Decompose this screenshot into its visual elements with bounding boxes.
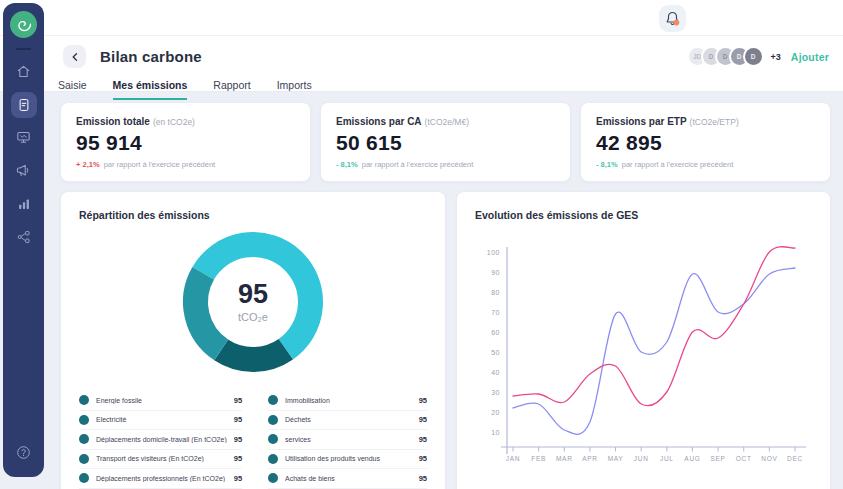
legend-label: Déchets [285, 416, 412, 423]
kpi-card-emissions-per-fte: Emissions par ETP (tCO2e/ETP) 42 895 - 8… [580, 102, 831, 182]
kpi-delta-line: + 2,1% par rapport à l'exercice précéden… [76, 160, 295, 169]
avatar-more-count: +3 [771, 52, 781, 62]
chart-axes [501, 247, 806, 454]
legend-dot-icon [79, 454, 89, 464]
legend-label: Achats de biens [285, 475, 412, 482]
sidebar-item-help[interactable] [15, 444, 32, 465]
kpi-delta-line: - 8,1% par rapport à l'exercice précéden… [336, 160, 555, 169]
donut-chart-title: Répartition des émissions [61, 192, 445, 221]
back-button[interactable] [63, 45, 86, 68]
kpi-delta: - 8,1% [596, 160, 618, 169]
legend-label: Déplacements professionnels (En tCO2e) [96, 475, 227, 482]
legend-value: 95 [419, 454, 427, 463]
legend-value: 95 [419, 435, 427, 444]
y-tick-label: 20 [491, 409, 500, 416]
add-member-button[interactable]: Ajouter [791, 51, 829, 63]
sidebar-item-home[interactable] [3, 55, 44, 88]
y-tick-label: 40 [491, 369, 500, 376]
document-icon [16, 97, 32, 113]
legend-item: services95 [268, 430, 427, 450]
kpi-title: Emission totale [76, 116, 150, 127]
y-tick-label: 100 [487, 249, 500, 256]
sidebar-item-documents[interactable] [3, 88, 44, 121]
legend-value: 95 [419, 474, 427, 483]
tab-saisie[interactable]: Saisie [58, 79, 87, 100]
charts-row: Répartition des émissions 95 tCO₂e Energ… [60, 191, 831, 489]
x-tick-label: OCT [736, 455, 752, 462]
kpi-delta-suffix: par rapport à l'exercice précédent [104, 160, 216, 169]
legend-dot-icon [79, 473, 89, 483]
kpi-title: Emissions par ETP [596, 116, 687, 127]
y-tick-label: 10 [491, 429, 500, 436]
legend-value: 95 [234, 396, 242, 405]
legend-value: 95 [234, 415, 242, 424]
x-tick-label: MAY [608, 455, 624, 462]
kpi-unit: (en tCO2e) [153, 117, 195, 127]
x-tick-label: APR [582, 455, 597, 462]
legend-dot-icon [268, 434, 278, 444]
kpi-delta-suffix: par rapport à l'exercice précédent [362, 160, 474, 169]
legend-item: Achats de biens95 [268, 469, 427, 489]
kpi-card-total-emissions: Emission totale (en tCO2e) 95 914 + 2,1%… [60, 102, 311, 182]
sidebar-item-presentation[interactable] [3, 121, 44, 154]
x-tick-label: DEC [787, 455, 803, 462]
sidebar-item-announcements[interactable] [3, 154, 44, 187]
x-tick-label: FEB [531, 455, 546, 462]
legend-item: Déplacements professionnels (En tCO2e)95 [79, 469, 242, 489]
presentation-icon [15, 129, 32, 146]
tab-mes-émissions[interactable]: Mes émissions [113, 79, 188, 100]
x-tick-label: JAN [506, 455, 520, 462]
bar-chart-icon [16, 196, 32, 212]
legend-value: 95 [234, 435, 242, 444]
donut-segment-dark-teal[interactable] [221, 349, 286, 359]
notification-dot [673, 20, 679, 26]
tab-imports[interactable]: Imports [277, 79, 312, 100]
legend-label: Immobilisation [285, 397, 412, 404]
y-tick-label: 50 [491, 349, 500, 356]
home-icon [15, 63, 32, 80]
legend-label: Déplacements domicile-travail (En tCO2e) [96, 436, 227, 443]
members-area: JDDDDD +3 Ajouter [687, 46, 829, 67]
donut-segment-medium-teal[interactable] [195, 273, 221, 350]
legend-value: 95 [234, 454, 242, 463]
kpi-delta-suffix: par rapport à l'exercice précédent [622, 160, 734, 169]
legend-item: Electricité95 [79, 411, 242, 431]
x-tick-label: SEP [711, 455, 726, 462]
kpi-card-emissions-per-revenue: Emissions par CA (tCO2e/M€) 50 615 - 8,1… [320, 102, 571, 182]
help-icon [15, 444, 32, 461]
legend-item: Déchets95 [268, 411, 427, 431]
avatar-stack[interactable]: JDDDDD [687, 46, 764, 67]
avatar[interactable]: D [743, 46, 764, 67]
legend-dot-icon [268, 454, 278, 464]
chevron-left-icon [69, 51, 81, 63]
kpi-value: 50 615 [336, 131, 555, 155]
x-tick-label: JUL [660, 455, 674, 462]
series-pink [513, 247, 795, 406]
kpi-title: Emissions par CA [336, 116, 422, 127]
kpi-delta: - 8,1% [336, 160, 358, 169]
legend-dot-icon [79, 415, 89, 425]
top-header: Bilan carbone JDDDDD +3 Ajouter SaisieMe… [0, 0, 843, 92]
kpi-value: 42 895 [596, 131, 815, 155]
x-tick-label: NOV [761, 455, 777, 462]
legend-dot-icon [79, 395, 89, 405]
legend-dot-icon [268, 415, 278, 425]
legend-value: 95 [419, 396, 427, 405]
legend-label: Electricité [96, 416, 227, 423]
app-logo[interactable] [10, 11, 37, 38]
legend-dot-icon [268, 395, 278, 405]
legend-item: Immobilisation95 [268, 391, 427, 411]
legend-label: Transport des visiteurs (En tCO2e) [96, 455, 227, 462]
x-tick-label: JUN [634, 455, 649, 462]
x-tick-label: MAR [556, 455, 573, 462]
sidebar-item-network[interactable] [3, 220, 44, 253]
spiral-logo-icon [14, 15, 34, 35]
legend-dot-icon [79, 434, 89, 444]
legend-label: services [285, 436, 412, 443]
sidebar-item-analytics[interactable] [3, 187, 44, 220]
kpi-delta-line: - 8,1% par rapport à l'exercice précéden… [596, 160, 815, 169]
sidebar-divider [16, 48, 31, 50]
notifications-button[interactable] [659, 5, 686, 32]
page-title: Bilan carbone [100, 48, 202, 65]
tab-rapport[interactable]: Rapport [213, 79, 250, 100]
